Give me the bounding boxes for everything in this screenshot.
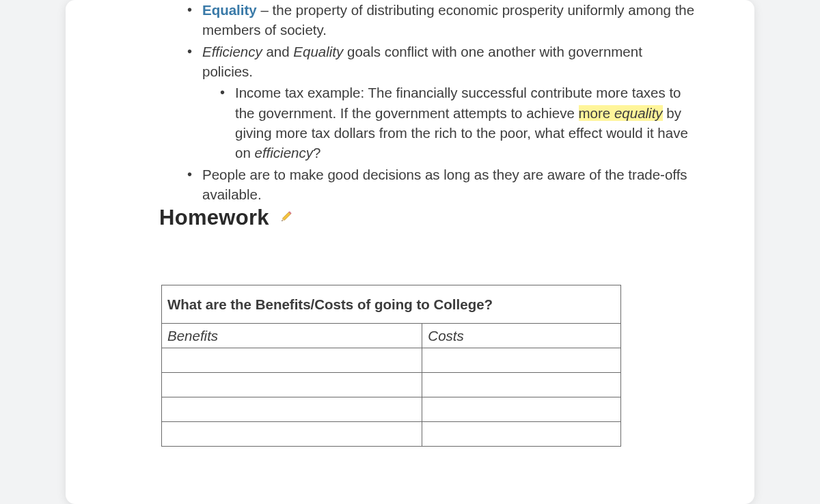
text-efficiency-em: efficiency bbox=[255, 145, 313, 160]
table-cell bbox=[422, 397, 621, 422]
list-item: Income tax example: The financially succ… bbox=[161, 83, 696, 163]
table-cell bbox=[162, 397, 422, 422]
table-cell bbox=[422, 348, 621, 373]
table-cell bbox=[162, 373, 422, 397]
text-equality-def: – the property of distributing economic … bbox=[202, 2, 694, 38]
table-cell bbox=[162, 348, 422, 373]
term-equality[interactable]: Equality bbox=[202, 2, 257, 18]
col-header-costs: Costs bbox=[422, 324, 621, 348]
table-row bbox=[162, 373, 621, 397]
svg-rect-0 bbox=[282, 212, 290, 221]
list-item: Efficiency and Equality goals conflict w… bbox=[161, 42, 696, 82]
table-cell bbox=[422, 422, 621, 447]
table-row bbox=[162, 348, 621, 373]
bullet-list: Equality – the property of distributing … bbox=[161, 0, 696, 81]
pencil-icon bbox=[277, 207, 293, 232]
sub-bullet-list: Income tax example: The financially succ… bbox=[161, 83, 696, 163]
table-row bbox=[162, 397, 621, 422]
bullet-list-continued: People are to make good decisions as lon… bbox=[161, 165, 696, 205]
document-page: Equality – the property of distributing … bbox=[66, 0, 754, 504]
table-row bbox=[162, 422, 621, 447]
text-and: and bbox=[262, 44, 294, 59]
text-question-mark: ? bbox=[313, 145, 320, 160]
col-header-benefits: Benefits bbox=[162, 324, 422, 348]
list-item: People are to make good decisions as lon… bbox=[161, 165, 696, 205]
document-content: Equality – the property of distributing … bbox=[66, 0, 754, 447]
table-title-row: What are the Benefits/Costs of going to … bbox=[162, 285, 621, 324]
table-header-row: Benefits Costs bbox=[162, 324, 621, 348]
section-heading-homework: Homework bbox=[159, 206, 696, 232]
table-title-cell: What are the Benefits/Costs of going to … bbox=[162, 285, 621, 324]
table-cell bbox=[162, 422, 422, 447]
table-cell bbox=[422, 373, 621, 397]
text-people-line: People are to make good decisions as lon… bbox=[202, 167, 687, 202]
text-equality-em: Equality bbox=[293, 44, 343, 59]
homework-table: What are the Benefits/Costs of going to … bbox=[161, 285, 621, 447]
list-item: Equality – the property of distributing … bbox=[161, 0, 696, 40]
heading-text: Homework bbox=[159, 206, 275, 229]
highlight-more: more bbox=[579, 105, 614, 121]
text-efficiency: Efficiency bbox=[202, 44, 262, 59]
highlight-equality: equality bbox=[614, 105, 663, 121]
